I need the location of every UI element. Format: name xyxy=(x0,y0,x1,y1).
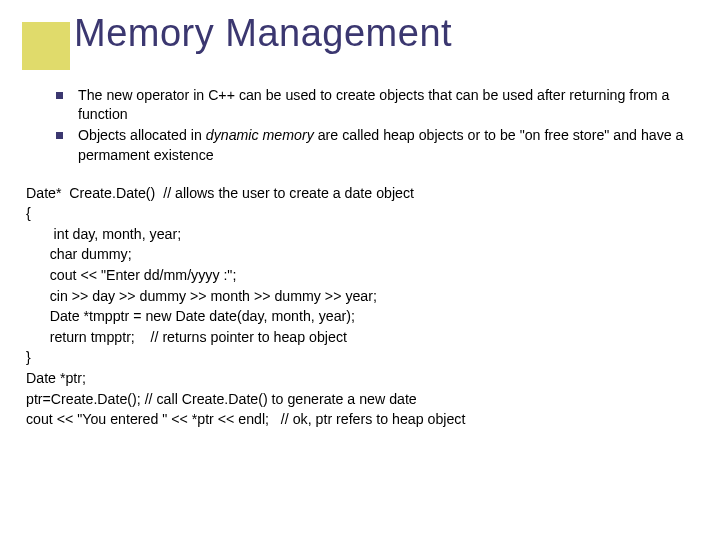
code-line: ptr=Create.Date(); // call Create.Date()… xyxy=(26,391,417,407)
code-line: cin >> day >> dummy >> month >> dummy >>… xyxy=(26,288,377,304)
code-line: Date* Create.Date() // allows the user t… xyxy=(26,185,414,201)
bullet-text: Objects allocated in xyxy=(78,127,206,143)
bullet-text-italic: dynamic memory xyxy=(206,127,314,143)
code-line: Date *ptr; xyxy=(26,370,86,386)
bullet-item: The new operator in C++ can be used to c… xyxy=(56,86,694,124)
code-line: cout << "Enter dd/mm/yyyy :"; xyxy=(26,267,236,283)
bullet-item: Objects allocated in dynamic memory are … xyxy=(56,126,694,164)
title-block: Memory Management xyxy=(0,0,720,80)
bullet-list: The new operator in C++ can be used to c… xyxy=(26,86,694,165)
code-line: Date *tmpptr = new Date date(day, month,… xyxy=(26,308,355,324)
code-line: int day, month, year; xyxy=(26,226,181,242)
slide-content: The new operator in C++ can be used to c… xyxy=(0,80,720,430)
code-line: return tmpptr; // returns pointer to hea… xyxy=(26,329,347,345)
code-block: Date* Create.Date() // allows the user t… xyxy=(26,183,694,430)
code-line: cout << "You entered " << *ptr << endl; … xyxy=(26,411,465,427)
code-line: { xyxy=(26,205,31,221)
slide-title: Memory Management xyxy=(24,12,720,55)
bullet-text: The new operator in C++ can be used to c… xyxy=(78,87,670,122)
code-line: } xyxy=(26,349,31,365)
code-line: char dummy; xyxy=(26,246,132,262)
